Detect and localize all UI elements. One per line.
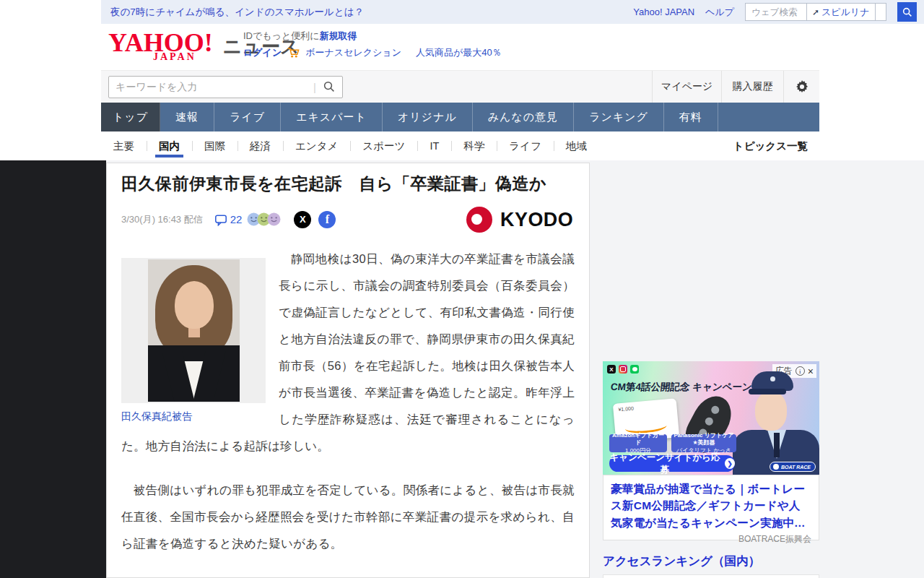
ad-link[interactable]: 豪華賞品が抽選で当たる｜ボートレース新CM公開記念／ギフトカードや人気家電が当た…	[611, 480, 811, 531]
ad-sponsor: BOATRACE振興会	[611, 533, 811, 545]
signup-link[interactable]: 新規取得	[320, 30, 357, 41]
main-navigation: トップ 速報 ライブ エキスパート オリジナル みんなの意見 ランキング 有料	[101, 103, 819, 131]
header-promo-block: IDでもっと便利に新規取得 ログイン ボーナスセレクション 人気商品が最大40％	[243, 29, 502, 60]
category-world[interactable]: 国際	[192, 131, 237, 160]
instagram-icon	[619, 365, 627, 374]
tab-sokuho[interactable]: 速報	[160, 103, 214, 131]
keyword-search-box[interactable]: |	[108, 76, 343, 98]
trending-arrow-icon: ➚	[812, 7, 819, 17]
cart-icon	[287, 47, 300, 59]
ad-social-icons: X	[607, 365, 639, 374]
portrait-face	[175, 281, 214, 329]
yahoo-japan-link[interactable]: Yahoo! JAPAN	[633, 7, 694, 17]
category-sports[interactable]: スポーツ	[350, 131, 417, 160]
web-search-box[interactable]: ➚ スピルリナ	[745, 3, 886, 21]
category-life[interactable]: ライフ	[497, 131, 554, 160]
gear-icon	[795, 79, 809, 94]
photo-caption-link[interactable]: 田久保真紀被告	[121, 410, 266, 423]
settings-button[interactable]	[783, 71, 819, 103]
tab-paid[interactable]: 有料	[664, 103, 718, 131]
purchase-history-button[interactable]: 購入履歴	[721, 71, 783, 103]
site-header: YAHOO! JAPAN ニュース IDでもっと便利に新規取得 ログイン ボーナ…	[101, 24, 924, 70]
reaction-emoji-stack[interactable]	[250, 212, 281, 226]
x-icon: X	[607, 365, 616, 374]
search-toolbar: | マイページ 購入履歴	[101, 70, 819, 103]
article-meta-row: 3/30(月) 16:43 配信 22 X f KYODO	[121, 207, 575, 233]
prize-label-amazon: Amazonギフトカード1,000円分	[609, 434, 667, 452]
category-navigation: 主要 国内 国際 経済 エンタメ スポーツ IT 科学 ライフ 地域 トピックス…	[101, 131, 819, 160]
line-icon	[630, 365, 639, 374]
article-photo-block: 田久保真紀被告	[121, 258, 266, 423]
category-main[interactable]: 主要	[101, 131, 147, 160]
web-search-button[interactable]	[897, 2, 917, 22]
ticker-headline-link[interactable]: 夜の7時にチャイムが鳴る、インドのスマホルールとは？	[110, 6, 364, 19]
tab-live[interactable]: ライブ	[214, 103, 281, 131]
toolbar-right-group: マイページ 購入履歴	[652, 71, 819, 103]
article-card: 田久保前伊東市長を在宅起訴 自ら「卒業証書」偽造か 3/30(月) 16:43 …	[106, 163, 590, 578]
sidebar-ad[interactable]: X 広告 i × CM第4話公開記念 キャンペーン ¥1,000 Amazonギ…	[603, 361, 819, 475]
prize-label-panasonic: Panasonic リフトケア★美顔器バイタリフト かっさ	[671, 434, 736, 452]
article-photo-frame	[121, 258, 266, 403]
category-domestic[interactable]: 国内	[147, 131, 192, 160]
help-link[interactable]: ヘルプ	[705, 6, 734, 19]
search-divider: |	[313, 81, 316, 93]
kyodo-mark-icon	[466, 207, 492, 233]
kyodo-logo-text: KYODO	[500, 208, 573, 231]
category-it[interactable]: IT	[417, 131, 451, 160]
boat-race-logo: BOAT RACE	[770, 462, 816, 472]
article-photo[interactable]	[148, 259, 240, 402]
search-suggestion-link[interactable]: スピルリナ	[821, 6, 870, 19]
ad-model-image	[733, 371, 819, 475]
category-region[interactable]: 地域	[554, 131, 599, 160]
news-ticker-bar: 夜の7時にチャイムが鳴る、インドのスマホルールとは？ Yahoo! JAPAN …	[101, 0, 924, 24]
ad-cta-button[interactable]: キャンペーンサイトから応募 ❯	[609, 455, 735, 472]
article-paragraph: 被告は東洋大を除籍されていたのに、昨年5月29日～6月4日、自宅または周辺で、卒…	[121, 574, 575, 578]
ticker-right-group: Yahoo! JAPAN ヘルプ ➚ スピルリナ	[633, 2, 917, 22]
gift-card-value: ¥1,000	[618, 405, 634, 412]
category-entertainment[interactable]: エンタメ	[283, 131, 350, 160]
arrow-right-icon: ❯	[725, 458, 735, 469]
access-ranking-heading[interactable]: アクセスランキング（国内）	[603, 553, 760, 569]
article-title: 田久保前伊東市長を在宅起訴 自ら「卒業証書」偽造か	[121, 173, 575, 195]
x-share-button[interactable]: X	[294, 211, 311, 228]
tab-opinions[interactable]: みんなの意見	[473, 103, 574, 131]
tab-original[interactable]: オリジナル	[383, 103, 473, 131]
category-science[interactable]: 科学	[451, 131, 497, 160]
facebook-share-button[interactable]: f	[318, 211, 336, 228]
comment-count: 22	[230, 213, 243, 225]
tab-top[interactable]: トップ	[101, 103, 160, 131]
category-economy[interactable]: 経済	[237, 131, 283, 160]
keyword-search-input[interactable]	[116, 81, 313, 92]
search-icon	[902, 7, 913, 18]
kyodo-logo: KYODO	[466, 207, 575, 233]
ranking-card-top	[603, 574, 819, 578]
search-icon-dark[interactable]	[323, 80, 336, 93]
reaction-emoji-purple	[267, 212, 281, 226]
sale-link[interactable]: 人気商品が最大40％	[416, 46, 502, 60]
login-link[interactable]: ログイン	[243, 46, 282, 60]
page-background-left-panel	[0, 160, 106, 578]
comment-bubble-icon	[214, 213, 227, 226]
ad-link-card: 豪華賞品が抽選で当たる｜ボートレース新CM公開記念／ギフトカードや人気家電が当た…	[603, 475, 819, 540]
article-paragraph: 被告側はいずれの罪も犯罪成立を否定している。関係者によると、被告は市長就任直後、…	[121, 477, 575, 557]
tab-ranking[interactable]: ランキング	[574, 103, 664, 131]
bonus-selection-link[interactable]: ボーナスセレクション	[305, 46, 401, 60]
topics-list-link[interactable]: トピックス一覧	[733, 139, 819, 153]
mypage-button[interactable]: マイページ	[652, 71, 721, 103]
article-body: 田久保真紀被告 静岡地検は30日、偽の東洋大の卒業証書を市議会議長らに示し、市議…	[121, 246, 575, 578]
id-promo-text: IDでもっと便利に	[243, 30, 320, 41]
tab-expert[interactable]: エキスパート	[281, 103, 383, 131]
search-suggestion-chip[interactable]: ➚ スピルリナ	[806, 3, 876, 21]
article-date: 3/30(月) 16:43 配信	[121, 213, 203, 226]
web-search-input[interactable]	[751, 7, 806, 17]
comment-count-link[interactable]: 22	[214, 213, 243, 226]
